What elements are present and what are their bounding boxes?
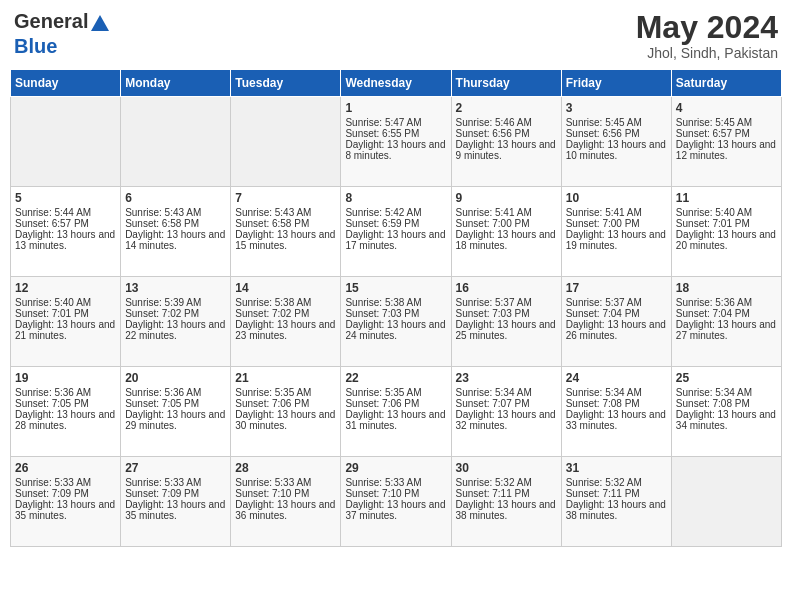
daylight-text: Daylight: 13 hours and 29 minutes. [125,409,226,431]
daylight-text: Daylight: 13 hours and 22 minutes. [125,319,226,341]
calendar-cell: 30Sunrise: 5:32 AMSunset: 7:11 PMDayligh… [451,457,561,547]
day-number: 10 [566,191,667,205]
day-number: 25 [676,371,777,385]
sunrise-text: Sunrise: 5:42 AM [345,207,446,218]
sunset-text: Sunset: 7:06 PM [345,398,446,409]
calendar-cell: 25Sunrise: 5:34 AMSunset: 7:08 PMDayligh… [671,367,781,457]
sunset-text: Sunset: 7:06 PM [235,398,336,409]
calendar-cell: 14Sunrise: 5:38 AMSunset: 7:02 PMDayligh… [231,277,341,367]
calendar-cell [121,97,231,187]
day-number: 27 [125,461,226,475]
sunrise-text: Sunrise: 5:32 AM [566,477,667,488]
calendar-cell: 19Sunrise: 5:36 AMSunset: 7:05 PMDayligh… [11,367,121,457]
sunrise-text: Sunrise: 5:36 AM [676,297,777,308]
calendar-cell: 9Sunrise: 5:41 AMSunset: 7:00 PMDaylight… [451,187,561,277]
weekday-header-wednesday: Wednesday [341,70,451,97]
calendar-cell: 8Sunrise: 5:42 AMSunset: 6:59 PMDaylight… [341,187,451,277]
sunset-text: Sunset: 6:56 PM [566,128,667,139]
calendar-cell: 6Sunrise: 5:43 AMSunset: 6:58 PMDaylight… [121,187,231,277]
sunrise-text: Sunrise: 5:35 AM [235,387,336,398]
sunset-text: Sunset: 7:05 PM [15,398,116,409]
sunrise-text: Sunrise: 5:33 AM [15,477,116,488]
day-number: 12 [15,281,116,295]
sunrise-text: Sunrise: 5:35 AM [345,387,446,398]
weekday-header-row: SundayMondayTuesdayWednesdayThursdayFrid… [11,70,782,97]
daylight-text: Daylight: 13 hours and 35 minutes. [15,499,116,521]
svg-marker-0 [91,15,109,31]
day-number: 26 [15,461,116,475]
sunset-text: Sunset: 7:11 PM [456,488,557,499]
calendar-table: SundayMondayTuesdayWednesdayThursdayFrid… [10,69,782,547]
sunrise-text: Sunrise: 5:41 AM [456,207,557,218]
day-number: 16 [456,281,557,295]
daylight-text: Daylight: 13 hours and 36 minutes. [235,499,336,521]
calendar-cell [671,457,781,547]
day-number: 21 [235,371,336,385]
day-number: 1 [345,101,446,115]
sunset-text: Sunset: 6:58 PM [235,218,336,229]
calendar-week-2: 5Sunrise: 5:44 AMSunset: 6:57 PMDaylight… [11,187,782,277]
day-number: 9 [456,191,557,205]
weekday-header-tuesday: Tuesday [231,70,341,97]
calendar-cell: 7Sunrise: 5:43 AMSunset: 6:58 PMDaylight… [231,187,341,277]
page-header: General Blue May 2024 Jhol, Sindh, Pakis… [10,10,782,61]
sunrise-text: Sunrise: 5:43 AM [125,207,226,218]
calendar-cell: 24Sunrise: 5:34 AMSunset: 7:08 PMDayligh… [561,367,671,457]
calendar-cell: 12Sunrise: 5:40 AMSunset: 7:01 PMDayligh… [11,277,121,367]
daylight-text: Daylight: 13 hours and 13 minutes. [15,229,116,251]
calendar-cell: 22Sunrise: 5:35 AMSunset: 7:06 PMDayligh… [341,367,451,457]
weekday-header-saturday: Saturday [671,70,781,97]
sunrise-text: Sunrise: 5:43 AM [235,207,336,218]
day-number: 17 [566,281,667,295]
sunset-text: Sunset: 7:02 PM [125,308,226,319]
sunset-text: Sunset: 7:00 PM [566,218,667,229]
calendar-cell: 4Sunrise: 5:45 AMSunset: 6:57 PMDaylight… [671,97,781,187]
sunrise-text: Sunrise: 5:33 AM [345,477,446,488]
daylight-text: Daylight: 13 hours and 28 minutes. [15,409,116,431]
sunset-text: Sunset: 7:04 PM [676,308,777,319]
weekday-header-thursday: Thursday [451,70,561,97]
sunrise-text: Sunrise: 5:33 AM [125,477,226,488]
sunrise-text: Sunrise: 5:37 AM [566,297,667,308]
sunset-text: Sunset: 7:09 PM [15,488,116,499]
calendar-cell: 1Sunrise: 5:47 AMSunset: 6:55 PMDaylight… [341,97,451,187]
sunset-text: Sunset: 6:57 PM [15,218,116,229]
sunset-text: Sunset: 7:08 PM [566,398,667,409]
daylight-text: Daylight: 13 hours and 10 minutes. [566,139,667,161]
sunrise-text: Sunrise: 5:33 AM [235,477,336,488]
day-number: 8 [345,191,446,205]
daylight-text: Daylight: 13 hours and 23 minutes. [235,319,336,341]
day-number: 2 [456,101,557,115]
sunrise-text: Sunrise: 5:40 AM [15,297,116,308]
title-section: May 2024 Jhol, Sindh, Pakistan [636,10,778,61]
calendar-cell: 20Sunrise: 5:36 AMSunset: 7:05 PMDayligh… [121,367,231,457]
sunset-text: Sunset: 7:09 PM [125,488,226,499]
sunset-text: Sunset: 7:07 PM [456,398,557,409]
calendar-cell: 31Sunrise: 5:32 AMSunset: 7:11 PMDayligh… [561,457,671,547]
sunrise-text: Sunrise: 5:32 AM [456,477,557,488]
daylight-text: Daylight: 13 hours and 8 minutes. [345,139,446,161]
day-number: 19 [15,371,116,385]
sunset-text: Sunset: 6:58 PM [125,218,226,229]
calendar-cell [11,97,121,187]
daylight-text: Daylight: 13 hours and 9 minutes. [456,139,557,161]
sunset-text: Sunset: 7:10 PM [235,488,336,499]
calendar-cell: 11Sunrise: 5:40 AMSunset: 7:01 PMDayligh… [671,187,781,277]
sunrise-text: Sunrise: 5:46 AM [456,117,557,128]
calendar-cell: 10Sunrise: 5:41 AMSunset: 7:00 PMDayligh… [561,187,671,277]
sunrise-text: Sunrise: 5:34 AM [566,387,667,398]
sunrise-text: Sunrise: 5:38 AM [235,297,336,308]
daylight-text: Daylight: 13 hours and 31 minutes. [345,409,446,431]
sunset-text: Sunset: 7:00 PM [456,218,557,229]
sunset-text: Sunset: 7:04 PM [566,308,667,319]
sunset-text: Sunset: 7:03 PM [345,308,446,319]
calendar-cell: 15Sunrise: 5:38 AMSunset: 7:03 PMDayligh… [341,277,451,367]
daylight-text: Daylight: 13 hours and 21 minutes. [15,319,116,341]
sunset-text: Sunset: 7:02 PM [235,308,336,319]
day-number: 14 [235,281,336,295]
daylight-text: Daylight: 13 hours and 37 minutes. [345,499,446,521]
sunrise-text: Sunrise: 5:34 AM [456,387,557,398]
daylight-text: Daylight: 13 hours and 19 minutes. [566,229,667,251]
calendar-cell: 5Sunrise: 5:44 AMSunset: 6:57 PMDaylight… [11,187,121,277]
day-number: 30 [456,461,557,475]
